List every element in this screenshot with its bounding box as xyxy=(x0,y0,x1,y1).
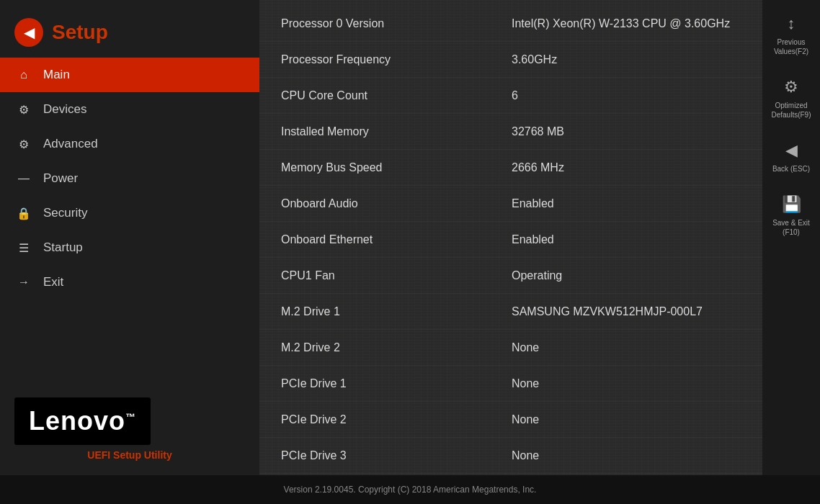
setting-label-6: Onboard Ethernet xyxy=(281,233,512,246)
setting-row-12: PCIe Drive 3None xyxy=(259,438,762,474)
nav-label-startup: Startup xyxy=(43,240,83,255)
setting-label-5: Onboard Audio xyxy=(281,197,512,210)
nav-icon-devices: ⚙ xyxy=(14,100,33,119)
content-area: Processor 0 VersionIntel(R) Xeon(R) W-21… xyxy=(259,0,762,475)
setting-value-7: Operating xyxy=(512,269,741,282)
back-icon: ◀ xyxy=(785,141,798,160)
setting-row-6: Onboard EthernetEnabled xyxy=(259,222,762,258)
setting-row-2: CPU Core Count6 xyxy=(259,78,762,114)
sidebar: ◀ Setup ⌂Main⚙Devices⚙Advanced—Power🔒Sec… xyxy=(0,0,259,475)
nav-label-devices: Devices xyxy=(43,102,86,117)
optimized-defaults-label: Optimized Defaults(F9) xyxy=(766,101,816,120)
setting-row-1: Processor Frequency3.60GHz xyxy=(259,42,762,78)
setting-value-12: None xyxy=(512,449,741,462)
setting-label-3: Installed Memory xyxy=(281,125,512,138)
lenovo-area: Lenovo™ UEFI Setup Utility xyxy=(0,383,259,475)
nav-icon-main: ⌂ xyxy=(14,66,33,84)
setup-title: Setup xyxy=(52,21,108,44)
sidebar-item-security[interactable]: 🔒Security xyxy=(0,196,259,230)
uefi-label: UEFI Setup Utility xyxy=(14,449,245,461)
setting-value-8: SAMSUNG MZVKW512HMJP-000L7 xyxy=(512,305,741,318)
sidebar-item-main[interactable]: ⌂Main xyxy=(0,58,259,92)
setting-label-8: M.2 Drive 1 xyxy=(281,305,512,318)
sidebar-item-advanced[interactable]: ⚙Advanced xyxy=(0,127,259,161)
optimized-defaults-button[interactable]: ⚙Optimized Defaults(F9) xyxy=(762,71,820,127)
nav-icon-security: 🔒 xyxy=(14,204,33,222)
setting-row-5: Onboard AudioEnabled xyxy=(259,186,762,222)
setting-row-7: CPU1 FanOperating xyxy=(259,258,762,294)
setting-value-0: Intel(R) Xeon(R) W-2133 CPU @ 3.60GHz xyxy=(512,17,741,30)
setting-label-12: PCIe Drive 3 xyxy=(281,449,512,462)
nav-label-power: Power xyxy=(43,171,78,186)
setting-value-2: 6 xyxy=(512,89,741,102)
setting-value-5: Enabled xyxy=(512,197,741,210)
setting-row-0: Processor 0 VersionIntel(R) Xeon(R) W-21… xyxy=(259,6,762,42)
back-button[interactable]: ◀Back (ESC) xyxy=(762,134,820,181)
save-exit-icon: 💾 xyxy=(782,195,801,214)
setting-value-11: None xyxy=(512,413,741,426)
setting-label-9: M.2 Drive 2 xyxy=(281,341,512,354)
setting-label-4: Memory Bus Speed xyxy=(281,161,512,174)
save-exit-label: Save & Exit (F10) xyxy=(766,218,816,237)
setting-label-7: CPU1 Fan xyxy=(281,269,512,282)
optimized-defaults-icon: ⚙ xyxy=(784,78,798,96)
setting-row-4: Memory Bus Speed2666 MHz xyxy=(259,150,762,186)
nav-label-advanced: Advanced xyxy=(43,137,98,151)
footer-text: Version 2.19.0045. Copyright (C) 2018 Am… xyxy=(284,485,537,495)
sidebar-item-exit[interactable]: →Exit xyxy=(0,265,259,300)
setting-row-9: M.2 Drive 2None xyxy=(259,330,762,366)
nav-label-main: Main xyxy=(43,68,70,82)
nav-icon-power: — xyxy=(14,169,33,188)
setting-row-11: PCIe Drive 2None xyxy=(259,402,762,438)
back-arrow-icon[interactable]: ◀ xyxy=(14,18,43,47)
setting-value-4: 2666 MHz xyxy=(512,161,741,174)
nav-icon-startup: ☰ xyxy=(14,238,33,257)
lenovo-tm: ™ xyxy=(125,411,136,423)
settings-list[interactable]: Processor 0 VersionIntel(R) Xeon(R) W-21… xyxy=(259,0,762,475)
previous-values-button[interactable]: ↕Previous Values(F2) xyxy=(762,7,820,63)
setting-label-1: Processor Frequency xyxy=(281,53,512,66)
nav-label-exit: Exit xyxy=(43,275,63,289)
lenovo-logo-box: Lenovo™ xyxy=(14,397,151,445)
setting-value-6: Enabled xyxy=(512,233,741,246)
setting-label-11: PCIe Drive 2 xyxy=(281,413,512,426)
sidebar-item-devices[interactable]: ⚙Devices xyxy=(0,92,259,127)
previous-values-icon: ↕ xyxy=(788,14,796,33)
nav-icon-advanced: ⚙ xyxy=(14,135,33,153)
nav-label-security: Security xyxy=(43,206,87,220)
setting-value-10: None xyxy=(512,377,741,390)
setting-row-8: M.2 Drive 1SAMSUNG MZVKW512HMJP-000L7 xyxy=(259,294,762,330)
setting-label-0: Processor 0 Version xyxy=(281,17,512,30)
setting-value-9: None xyxy=(512,341,741,354)
setting-label-2: CPU Core Count xyxy=(281,89,512,102)
sidebar-item-startup[interactable]: ☰Startup xyxy=(0,230,259,265)
setting-row-10: PCIe Drive 1None xyxy=(259,366,762,402)
footer: Version 2.19.0045. Copyright (C) 2018 Am… xyxy=(0,475,820,504)
right-panel: ↕Previous Values(F2)⚙Optimized Defaults(… xyxy=(762,0,820,475)
save-exit-button[interactable]: 💾Save & Exit (F10) xyxy=(762,188,820,244)
setting-value-3: 32768 MB xyxy=(512,125,741,138)
setting-value-1: 3.60GHz xyxy=(512,53,741,66)
setting-label-10: PCIe Drive 1 xyxy=(281,377,512,390)
logo-area: ◀ Setup xyxy=(0,7,259,54)
lenovo-logo: Lenovo™ xyxy=(29,406,136,436)
sidebar-nav: ⌂Main⚙Devices⚙Advanced—Power🔒Security☰St… xyxy=(0,58,259,300)
sidebar-item-power[interactable]: —Power xyxy=(0,161,259,196)
setting-row-3: Installed Memory32768 MB xyxy=(259,114,762,150)
previous-values-label: Previous Values(F2) xyxy=(766,37,816,56)
back-label: Back (ESC) xyxy=(772,164,810,174)
nav-icon-exit: → xyxy=(14,273,33,292)
